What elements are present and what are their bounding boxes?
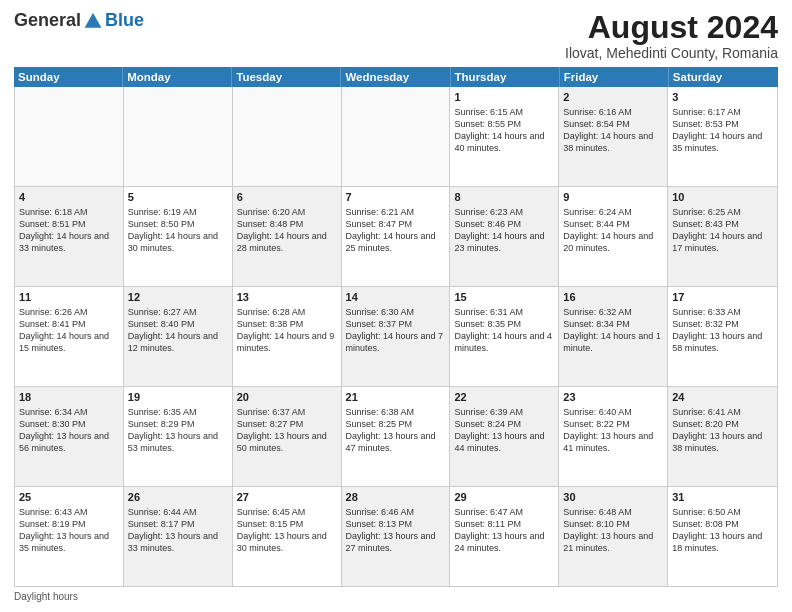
day-number: 8 [454, 190, 554, 205]
svg-marker-0 [85, 12, 102, 27]
daylight-text: Daylight: 14 hours and 17 minutes. [672, 231, 762, 253]
calendar-rows: 1Sunrise: 6:15 AMSunset: 8:55 PMDaylight… [15, 87, 777, 586]
daylight-text: Daylight: 14 hours and 30 minutes. [128, 231, 218, 253]
sunset-text: Sunset: 8:40 PM [128, 319, 195, 329]
day-number: 10 [672, 190, 773, 205]
daylight-text: Daylight: 14 hours and 12 minutes. [128, 331, 218, 353]
sunrise-text: Sunrise: 6:47 AM [454, 507, 523, 517]
day-number: 31 [672, 490, 773, 505]
daylight-text: Daylight: 13 hours and 18 minutes. [672, 531, 762, 553]
sunrise-text: Sunrise: 6:37 AM [237, 407, 306, 417]
daylight-text: Daylight: 14 hours and 38 minutes. [563, 131, 653, 153]
calendar-cell: 27Sunrise: 6:45 AMSunset: 8:15 PMDayligh… [233, 487, 342, 586]
daylight-text: Daylight: 13 hours and 44 minutes. [454, 431, 544, 453]
sunset-text: Sunset: 8:37 PM [346, 319, 413, 329]
sunset-text: Sunset: 8:17 PM [128, 519, 195, 529]
day-number: 24 [672, 390, 773, 405]
calendar-week-5: 25Sunrise: 6:43 AMSunset: 8:19 PMDayligh… [15, 487, 777, 586]
sunset-text: Sunset: 8:55 PM [454, 119, 521, 129]
day-number: 22 [454, 390, 554, 405]
sunset-text: Sunset: 8:50 PM [128, 219, 195, 229]
day-number: 6 [237, 190, 337, 205]
daylight-text: Daylight: 13 hours and 47 minutes. [346, 431, 436, 453]
calendar-cell [15, 87, 124, 186]
day-number: 14 [346, 290, 446, 305]
sunrise-text: Sunrise: 6:24 AM [563, 207, 632, 217]
day-number: 2 [563, 90, 663, 105]
sunrise-text: Sunrise: 6:30 AM [346, 307, 415, 317]
calendar-cell: 6Sunrise: 6:20 AMSunset: 8:48 PMDaylight… [233, 187, 342, 286]
sunrise-text: Sunrise: 6:48 AM [563, 507, 632, 517]
sunrise-text: Sunrise: 6:38 AM [346, 407, 415, 417]
sunset-text: Sunset: 8:48 PM [237, 219, 304, 229]
calendar-cell: 4Sunrise: 6:18 AMSunset: 8:51 PMDaylight… [15, 187, 124, 286]
calendar-cell: 7Sunrise: 6:21 AMSunset: 8:47 PMDaylight… [342, 187, 451, 286]
logo: General Blue [14, 10, 144, 31]
daylight-text: Daylight: 14 hours and 23 minutes. [454, 231, 544, 253]
calendar-cell: 26Sunrise: 6:44 AMSunset: 8:17 PMDayligh… [124, 487, 233, 586]
sunrise-text: Sunrise: 6:21 AM [346, 207, 415, 217]
calendar-cell: 29Sunrise: 6:47 AMSunset: 8:11 PMDayligh… [450, 487, 559, 586]
logo-icon [83, 11, 103, 31]
sunset-text: Sunset: 8:54 PM [563, 119, 630, 129]
calendar-week-4: 18Sunrise: 6:34 AMSunset: 8:30 PMDayligh… [15, 387, 777, 487]
calendar-cell: 31Sunrise: 6:50 AMSunset: 8:08 PMDayligh… [668, 487, 777, 586]
sunrise-text: Sunrise: 6:23 AM [454, 207, 523, 217]
sunset-text: Sunset: 8:08 PM [672, 519, 739, 529]
sunset-text: Sunset: 8:35 PM [454, 319, 521, 329]
sunset-text: Sunset: 8:15 PM [237, 519, 304, 529]
day-number: 27 [237, 490, 337, 505]
day-number: 19 [128, 390, 228, 405]
sunset-text: Sunset: 8:24 PM [454, 419, 521, 429]
sunset-text: Sunset: 8:10 PM [563, 519, 630, 529]
daylight-text: Daylight: 13 hours and 56 minutes. [19, 431, 109, 453]
calendar-cell: 12Sunrise: 6:27 AMSunset: 8:40 PMDayligh… [124, 287, 233, 386]
sunrise-text: Sunrise: 6:33 AM [672, 307, 741, 317]
day-header-wednesday: Wednesday [341, 67, 450, 87]
day-header-thursday: Thursday [451, 67, 560, 87]
calendar-header: Sunday Monday Tuesday Wednesday Thursday… [14, 67, 778, 87]
day-header-friday: Friday [560, 67, 669, 87]
sunrise-text: Sunrise: 6:25 AM [672, 207, 741, 217]
day-header-tuesday: Tuesday [232, 67, 341, 87]
day-number: 18 [19, 390, 119, 405]
daylight-text: Daylight: 14 hours and 35 minutes. [672, 131, 762, 153]
daylight-text: Daylight: 14 hours and 33 minutes. [19, 231, 109, 253]
sunrise-text: Sunrise: 6:16 AM [563, 107, 632, 117]
sunrise-text: Sunrise: 6:45 AM [237, 507, 306, 517]
sunset-text: Sunset: 8:19 PM [19, 519, 86, 529]
daylight-text: Daylight: 13 hours and 35 minutes. [19, 531, 109, 553]
sunrise-text: Sunrise: 6:26 AM [19, 307, 88, 317]
calendar-cell: 28Sunrise: 6:46 AMSunset: 8:13 PMDayligh… [342, 487, 451, 586]
sunrise-text: Sunrise: 6:46 AM [346, 507, 415, 517]
sunrise-text: Sunrise: 6:19 AM [128, 207, 197, 217]
sunrise-text: Sunrise: 6:28 AM [237, 307, 306, 317]
page-subtitle: Ilovat, Mehedinti County, Romania [565, 45, 778, 61]
calendar-cell: 2Sunrise: 6:16 AMSunset: 8:54 PMDaylight… [559, 87, 668, 186]
sunset-text: Sunset: 8:20 PM [672, 419, 739, 429]
daylight-text: Daylight: 14 hours and 4 minutes. [454, 331, 552, 353]
calendar-cell: 10Sunrise: 6:25 AMSunset: 8:43 PMDayligh… [668, 187, 777, 286]
calendar-cell: 19Sunrise: 6:35 AMSunset: 8:29 PMDayligh… [124, 387, 233, 486]
logo-blue-text: Blue [105, 10, 144, 31]
calendar-body: 1Sunrise: 6:15 AMSunset: 8:55 PMDaylight… [14, 87, 778, 587]
sunset-text: Sunset: 8:38 PM [237, 319, 304, 329]
sunrise-text: Sunrise: 6:34 AM [19, 407, 88, 417]
calendar-cell: 13Sunrise: 6:28 AMSunset: 8:38 PMDayligh… [233, 287, 342, 386]
daylight-text: Daylight: 13 hours and 30 minutes. [237, 531, 327, 553]
daylight-text: Daylight: 14 hours and 25 minutes. [346, 231, 436, 253]
day-number: 28 [346, 490, 446, 505]
calendar-cell: 25Sunrise: 6:43 AMSunset: 8:19 PMDayligh… [15, 487, 124, 586]
sunrise-text: Sunrise: 6:20 AM [237, 207, 306, 217]
day-number: 9 [563, 190, 663, 205]
calendar-cell: 15Sunrise: 6:31 AMSunset: 8:35 PMDayligh… [450, 287, 559, 386]
sunset-text: Sunset: 8:47 PM [346, 219, 413, 229]
day-number: 11 [19, 290, 119, 305]
sunrise-text: Sunrise: 6:50 AM [672, 507, 741, 517]
calendar-cell: 20Sunrise: 6:37 AMSunset: 8:27 PMDayligh… [233, 387, 342, 486]
calendar-week-2: 4Sunrise: 6:18 AMSunset: 8:51 PMDaylight… [15, 187, 777, 287]
day-number: 20 [237, 390, 337, 405]
sunset-text: Sunset: 8:53 PM [672, 119, 739, 129]
sunrise-text: Sunrise: 6:31 AM [454, 307, 523, 317]
sunrise-text: Sunrise: 6:27 AM [128, 307, 197, 317]
